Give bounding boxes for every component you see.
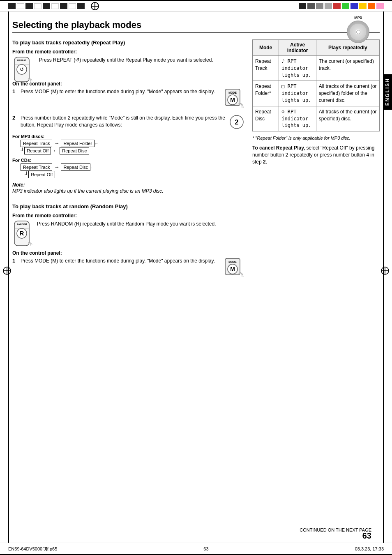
bar-block-1	[8, 3, 16, 9]
table-row-repeat-track: Repeat Track ♪ RPTindicatorlights up. Th…	[253, 56, 380, 81]
random-mode-button-icon: MODE M	[224, 258, 244, 281]
mp3-label: MP3	[347, 16, 369, 20]
table-header-indicator: Active indicator	[279, 40, 316, 56]
bar-block-2	[17, 3, 24, 9]
mp3-repeat-folder-box: Repeat Folder	[61, 140, 95, 147]
plays-cell-disc: All tracks of the current (or specified)…	[316, 106, 379, 131]
remote-subsection-label: From the remote controller:	[12, 49, 244, 55]
mp3-arrow-left: ←	[53, 147, 58, 154]
bar-block-3	[25, 3, 33, 9]
svg-text:R: R	[20, 230, 24, 237]
repeat-play-section: To play back tracks repeatedly (Repeat P…	[12, 39, 244, 195]
top-decorative-bar	[0, 0, 392, 12]
step-2-text: Press number button 2 repeatedly while "…	[21, 115, 226, 131]
svg-text:REPEAT: REPEAT	[17, 59, 27, 62]
top-bar-left-blocks	[8, 3, 85, 9]
color-block-5	[333, 3, 341, 9]
random-remote-label: From the remote controller:	[12, 213, 244, 219]
random-step-1-text: Press MODE (M) to enter the functions mo…	[21, 258, 221, 281]
random-play-heading: To play back tracks at random (Random Pl…	[12, 203, 244, 210]
remote-instruction-block: REPEAT ↺ Press REPEAT (↺) repeatedly unt…	[12, 56, 244, 81]
cd-flow-diagram: For CDs: Repeat Track → Repeat Disc ⌐ └ …	[12, 158, 244, 178]
plays-cell-track: The current (or specified) track.	[316, 56, 379, 81]
left-column: To play back tracks repeatedly (Repeat P…	[12, 39, 244, 284]
table-row-repeat-folder: Repeat Folder* □ RPTindicatorlights up. …	[253, 81, 380, 106]
random-remote-icon: RANDOM R	[12, 220, 33, 250]
svg-text:RANDOM: RANDOM	[17, 223, 27, 226]
step-1-text: Press MODE (M) to enter the functions mo…	[21, 88, 221, 112]
repeat-remote-text: Press REPEAT (↺) repeatedly until the Re…	[12, 56, 244, 64]
cd-repeat-off-box: Repeat Off	[28, 171, 55, 178]
note-section: Note: MP3 indicator also lights up if th…	[12, 182, 244, 195]
bottom-bar: EN59-64DV5000[J]f.p65 63 03.3.23, 17:33	[0, 543, 392, 555]
mode-cell-repeat-folder: Repeat Folder*	[253, 81, 279, 106]
mp3-repeat-off-box: Repeat Off	[24, 147, 51, 154]
cd-bottom-connector: └	[25, 171, 28, 177]
color-block-1	[299, 3, 306, 9]
random-step-1: 1 Press MODE (M) to enter the functions …	[12, 258, 244, 281]
right-column: Mode Active indicator Plays repeatedly R…	[252, 39, 380, 284]
random-remote-block: RANDOM R Press RANDOM (R) repeatedly unt…	[12, 220, 244, 250]
bar-block-4	[34, 3, 42, 9]
mp3-flow-row1: Repeat Track → Repeat Folder ⌐	[21, 140, 244, 147]
svg-text:MODE: MODE	[228, 91, 237, 94]
footer-center: 63	[203, 546, 208, 551]
mode-cell-repeat-disc: Repeat Disc	[253, 106, 279, 131]
table-footnote: * "Repeat Folder" is only applicable for…	[252, 136, 380, 140]
repeat-remote-icon: REPEAT ↺	[12, 56, 35, 79]
color-block-9	[368, 3, 375, 9]
color-block-6	[342, 3, 349, 9]
left-crosshair	[2, 266, 12, 275]
note-text: MP3 indicator also lights up if the curr…	[12, 188, 164, 194]
table-row-repeat-disc: Repeat Disc ⊙ RPTindicatorlights up. All…	[253, 106, 380, 131]
mode-button-icon: MODE M	[224, 88, 244, 112]
color-block-7	[350, 3, 358, 9]
mp3-top-connector: ⌐	[95, 140, 98, 146]
mode-cell-repeat-track: Repeat Track	[253, 56, 279, 81]
mp3-flow-label: For MP3 discs:	[12, 134, 244, 139]
two-column-layout: To play back tracks repeatedly (Repeat P…	[12, 39, 380, 284]
indicator-cell-track: ♪ RPTindicatorlights up.	[279, 56, 316, 81]
bar-block-8	[69, 3, 76, 9]
cancel-text: To cancel Repeat Play, select "Repeat Of…	[252, 145, 380, 165]
mp3-repeat-track-box: Repeat Track	[21, 140, 52, 147]
cd-flow-row2: └ Repeat Off	[25, 171, 244, 178]
footer-right: 03.3.23, 17:33	[355, 546, 384, 551]
number-2-button-icon: 2	[229, 115, 244, 131]
indicator-cell-folder: □ RPTindicatorlights up.	[279, 81, 316, 106]
repeat-play-heading: To play back tracks repeatedly (Repeat P…	[12, 39, 244, 46]
bar-block-5	[43, 3, 50, 9]
mp3-disc-icon	[347, 21, 369, 43]
cd-flow-label: For CDs:	[12, 158, 244, 163]
cd-top-connector: ⌐	[90, 164, 94, 170]
mp3-flow-diagram: For MP3 discs: Repeat Track → Repeat Fol…	[12, 134, 244, 154]
mp3-repeat-disc-box: Repeat Disc	[60, 147, 89, 154]
random-panel-label: On the control panel:	[12, 250, 244, 256]
bar-block-7	[60, 3, 67, 9]
mp3-badge-area: MP3	[347, 16, 369, 43]
mode-table: Mode Active indicator Plays repeatedly R…	[252, 39, 380, 131]
mp3-flow-row2: └ Repeat Off ← Repeat Disc	[21, 147, 244, 154]
panel-subsection-label: On the control panel:	[12, 81, 244, 87]
svg-text:M: M	[230, 266, 235, 272]
section-separator	[12, 199, 244, 199]
step-1: 1 Press MODE (M) to enter the functions …	[12, 88, 244, 112]
top-crosshair	[91, 2, 99, 10]
cancel-step-bold: 2	[263, 159, 266, 165]
page-border-left	[8, 12, 9, 543]
step-1-num: 1	[12, 88, 18, 112]
footer-left: EN59-64DV5000[J]f.p65	[8, 546, 57, 551]
plays-cell-folder: All tracks of the current (or specified)…	[316, 81, 379, 106]
color-block-2	[307, 3, 315, 9]
right-crosshair	[380, 266, 390, 275]
cd-repeat-disc-box: Repeat Disc	[61, 164, 90, 171]
indicator-cell-disc: ⊙ RPTindicatorlights up.	[279, 106, 316, 131]
bar-block-6	[51, 3, 59, 9]
color-block-4	[325, 3, 332, 9]
random-remote-text: Press RANDOM (R) repeatedly until the Ra…	[12, 220, 244, 228]
random-step-1-num: 1	[12, 258, 18, 281]
step-2: 2 Press number button 2 repeatedly while…	[12, 115, 244, 131]
top-bar-right-blocks	[299, 3, 384, 9]
cancel-text-bold: To cancel Repeat Play,	[252, 145, 305, 151]
mp3-bottom-left-connector: └	[21, 147, 24, 154]
